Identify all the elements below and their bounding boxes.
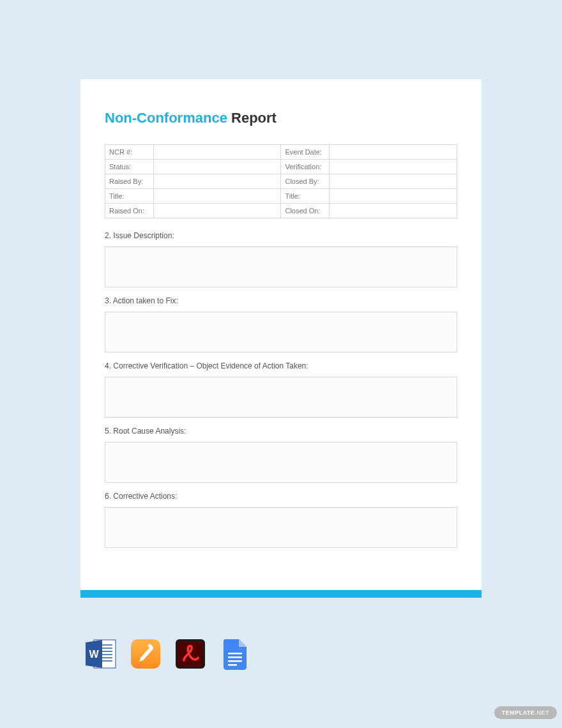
title-highlight: Non-Conformance [105,110,227,126]
value-status[interactable] [153,160,281,174]
page-title: Non-Conformance Report [105,110,457,126]
svg-text:W: W [89,649,99,660]
action-taken-box[interactable] [105,312,457,353]
watermark-bold: TEMPLATE [502,709,535,716]
watermark-badge: TEMPLATE.NET [494,706,557,719]
label-raised-on: Raised On: [105,204,154,218]
value-verification[interactable] [330,160,457,174]
word-icon[interactable]: W [84,637,118,671]
value-closed-by[interactable] [330,174,457,189]
value-closed-on[interactable] [330,204,457,218]
table-row: Title: Title: [105,189,457,204]
section-root-cause-label: 5. Root Cause Analysis: [105,427,457,436]
label-event-date: Event Date: [281,145,330,160]
value-ncr[interactable] [153,145,281,160]
value-title-2[interactable] [330,189,457,204]
label-raised-by: Raised By: [105,174,154,189]
section-corrective-verification-label: 4. Corrective Verification – Object Evid… [105,361,457,370]
issue-description-box[interactable] [105,246,457,287]
watermark-thin: .NET [535,709,549,716]
value-event-date[interactable] [330,145,457,160]
svg-rect-14 [228,656,242,658]
label-title-1: Title: [105,189,154,204]
svg-rect-15 [228,660,242,662]
label-status: Status: [105,160,154,174]
google-docs-icon[interactable] [218,637,252,671]
svg-rect-13 [228,653,242,655]
table-row: Raised By: Closed By: [105,174,457,189]
table-row: Raised On: Closed On: [105,204,457,218]
value-raised-on[interactable] [153,204,281,218]
svg-rect-16 [228,664,237,666]
label-verification: Verification: [281,160,330,174]
label-closed-by: Closed By: [281,174,330,189]
section-issue-description-label: 2. Issue Description: [105,231,457,240]
section-corrective-actions-label: 6. Corrective Actions: [105,492,457,501]
metadata-table: NCR #: Event Date: Status: Verification:… [105,144,457,218]
pages-icon[interactable] [129,637,162,671]
corrective-actions-box[interactable] [105,507,457,548]
table-row: NCR #: Event Date: [105,145,457,160]
value-title-1[interactable] [153,189,281,204]
app-icons-row: W [84,637,252,671]
document-page: Non-Conformance Report NCR #: Event Date… [80,79,482,590]
label-closed-on: Closed On: [281,204,330,218]
accent-bar [80,590,482,598]
table-row: Status: Verification: [105,160,457,174]
root-cause-box[interactable] [105,442,457,483]
label-title-2: Title: [281,189,330,204]
section-action-taken-label: 3. Action taken to Fix: [105,296,457,305]
pdf-icon[interactable] [174,637,207,671]
corrective-verification-box[interactable] [105,377,457,418]
title-rest: Report [227,110,277,126]
label-ncr: NCR #: [105,145,154,160]
value-raised-by[interactable] [153,174,281,189]
